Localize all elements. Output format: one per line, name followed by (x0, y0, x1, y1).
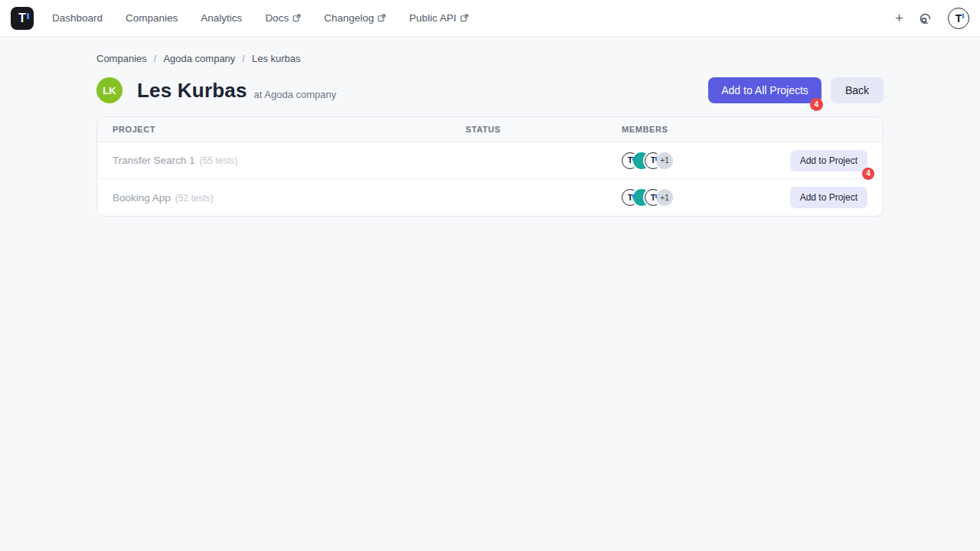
avatar-t-glyph: T (651, 156, 656, 165)
column-header-project: Project (113, 125, 466, 134)
nav-item-docs[interactable]: Docs (265, 12, 301, 24)
nav-right-actions: + T (895, 8, 969, 29)
breadcrumb-separator: / (154, 53, 157, 64)
add-to-project-button[interactable]: Add to Project 4 (790, 150, 867, 171)
search-icon[interactable] (919, 11, 933, 25)
project-tests-count: (52 tests) (175, 193, 214, 204)
external-link-icon (377, 14, 386, 22)
nav-item-label: Public API (409, 12, 456, 24)
avatar-t-glyph: T (956, 13, 962, 24)
nav-item-label: Changelog (324, 12, 374, 24)
nav-items: Dashboard Companies Analytics Docs Chang… (52, 12, 492, 24)
user-avatar[interactable]: T (948, 8, 969, 29)
add-to-project-label: Add to Project (800, 192, 858, 203)
project-cell: Transfer Search 1 (55 tests) (113, 155, 466, 166)
project-name[interactable]: Transfer Search 1 (113, 155, 195, 166)
add-to-all-projects-button[interactable]: Add to All Projects 4 (708, 77, 822, 103)
nav-item-public-api[interactable]: Public API (409, 12, 469, 24)
page-title: Les Kurbas (137, 79, 247, 103)
external-link-icon (292, 14, 301, 22)
person-avatar: LK (96, 77, 122, 103)
members-cell: T T +1 (622, 152, 790, 169)
members-overflow-badge: +1 (656, 152, 673, 169)
main-content: Companies / Agoda company / Les kurbas L… (96, 37, 884, 217)
nav-item-changelog[interactable]: Changelog (324, 12, 386, 24)
members-avatar-stack: T T +1 (622, 189, 790, 206)
table-row: Transfer Search 1 (55 tests) T T +1 Add … (97, 142, 883, 179)
nav-item-label: Analytics (201, 12, 242, 24)
members-overflow-badge: +1 (656, 189, 673, 206)
members-cell: T T +1 (622, 189, 790, 206)
table-header: Project Status Members (97, 117, 883, 142)
avatar-t-glyph: T (628, 156, 633, 165)
top-navigation: T Dashboard Companies Analytics Docs Cha… (0, 0, 980, 37)
plus-icon[interactable]: + (895, 11, 903, 25)
add-all-count-badge: 4 (810, 98, 823, 111)
add-to-project-button[interactable]: Add to Project (790, 187, 867, 208)
avatar-t-glyph: T (628, 194, 633, 202)
members-avatar-stack: T T +1 (622, 152, 790, 169)
project-tests-count: (55 tests) (200, 155, 238, 166)
page-subtitle: at Agoda company (254, 89, 337, 100)
avatar-t-glyph: T (651, 194, 656, 202)
breadcrumb-companies[interactable]: Companies (96, 53, 147, 64)
row-count-badge: 4 (862, 168, 874, 180)
project-name[interactable]: Booking App (113, 192, 171, 204)
brand-logo-icon[interactable]: T (11, 7, 34, 30)
nav-item-label: Dashboard (52, 12, 103, 24)
header-actions: Add to All Projects 4 Back (708, 77, 884, 103)
nav-item-label: Companies (126, 12, 178, 24)
page-header: LK Les Kurbas at Agoda company Add to Al… (96, 77, 884, 103)
back-button[interactable]: Back (831, 77, 884, 103)
nav-item-analytics[interactable]: Analytics (201, 12, 242, 24)
projects-table: Project Status Members Transfer Search 1… (96, 116, 884, 217)
nav-item-dashboard[interactable]: Dashboard (52, 12, 103, 24)
project-cell: Booking App (52 tests) (113, 192, 466, 204)
nav-item-companies[interactable]: Companies (126, 12, 178, 24)
breadcrumb-agoda-company[interactable]: Agoda company (163, 53, 235, 64)
action-cell: Add to Project 4 (790, 150, 867, 171)
action-cell: Add to Project (790, 187, 867, 208)
table-row: Booking App (52 tests) T T +1 Add to Pro… (97, 179, 883, 216)
add-to-all-projects-label: Add to All Projects (721, 84, 808, 96)
nav-item-label: Docs (265, 12, 289, 24)
external-link-icon (460, 14, 469, 22)
breadcrumb-separator: / (242, 53, 245, 64)
column-header-members: Members (622, 125, 867, 134)
breadcrumb: Companies / Agoda company / Les kurbas (96, 37, 884, 64)
column-header-status: Status (466, 125, 622, 134)
brand-t-glyph: T (18, 12, 26, 24)
breadcrumb-les-kurbas: Les kurbas (252, 53, 301, 64)
add-to-project-label: Add to Project (800, 155, 858, 166)
